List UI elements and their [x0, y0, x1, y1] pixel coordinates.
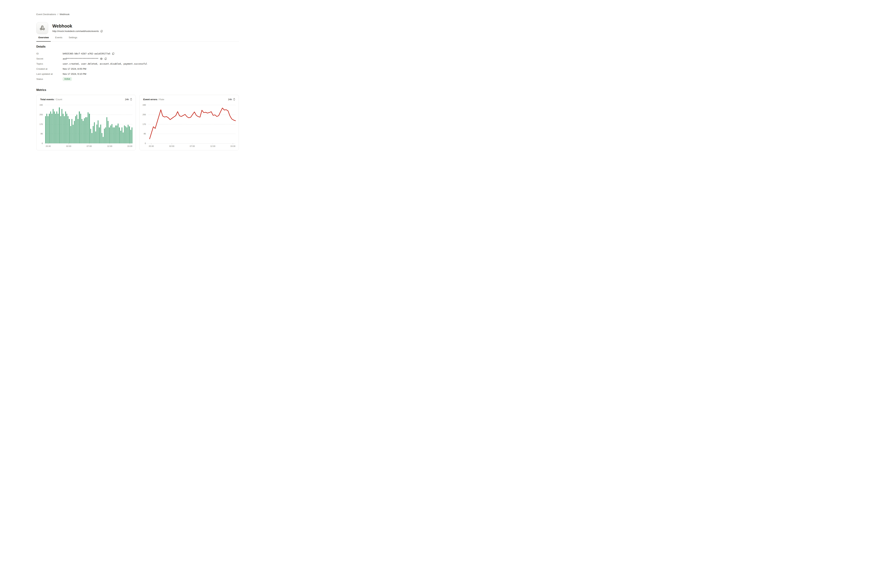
copy-icon [112, 52, 114, 55]
bar [108, 121, 108, 143]
detail-row-topics: Topicsuser.created, user.deleted, accoun… [36, 61, 239, 66]
metrics-heading: Metrics [36, 88, 46, 92]
bar [89, 114, 90, 143]
x-axis-tick [129, 143, 130, 144]
detail-row-secret: Secretasd************************ [36, 56, 239, 61]
bar [79, 111, 80, 143]
detail-value: user.created, user.deleted, account.disa… [63, 63, 147, 65]
details-heading: Details [36, 45, 45, 48]
bar [103, 137, 104, 143]
bar [99, 128, 100, 143]
x-axis-tick [89, 143, 89, 144]
y-axis-label: 340 [143, 104, 146, 106]
breadcrumb-item-webhook: Webhook [60, 13, 69, 16]
y-axis-label: 255 [143, 114, 146, 116]
bar [92, 133, 92, 143]
bar [124, 126, 125, 143]
bar [75, 116, 76, 143]
detail-row-last-updated-at: Last updated atNov 17 2024, 9:10 PM [36, 71, 239, 76]
detail-value: Nov 17 2024, 9:10 PM [63, 73, 86, 75]
x-axis-label: 20:30 [46, 145, 51, 147]
bar [74, 121, 75, 143]
bar [132, 128, 132, 143]
bar [88, 112, 89, 143]
bar [47, 114, 47, 143]
bar [105, 128, 106, 143]
bar [100, 124, 101, 143]
bar [53, 109, 54, 143]
y-axis-label: 0 [42, 142, 43, 144]
detail-value: b4925365-b8cf-42b7-a762-aa1a539177a5 [63, 52, 114, 55]
page-header: Webhook http://mock.hookdeck.com/webhook… [36, 22, 103, 34]
bar [95, 131, 96, 143]
detail-label: Created at [36, 68, 63, 70]
x-axis-tick [192, 143, 192, 144]
status-badge: Active [63, 77, 72, 81]
bar [64, 116, 65, 143]
bar [102, 133, 102, 143]
x-axis-tick [151, 143, 152, 144]
copy-icon [100, 30, 103, 33]
bar [54, 111, 55, 143]
bar [111, 124, 113, 143]
y-axis-label: 0 [145, 142, 146, 144]
bar [65, 111, 66, 143]
bar [56, 111, 57, 143]
bar [122, 128, 122, 143]
tab-overview[interactable]: Overview [36, 35, 51, 42]
bar [80, 114, 81, 143]
bar [113, 128, 114, 143]
detail-value-text: Nov 17 2024, 9:10 PM [63, 73, 86, 75]
copy-value-button[interactable] [112, 52, 114, 55]
bar [73, 125, 74, 143]
x-axis-label: 19:30 [230, 145, 236, 147]
chevron-up-down-icon [233, 98, 235, 101]
bar [129, 126, 130, 143]
bar [85, 117, 86, 143]
y-axis-label: 170 [39, 123, 43, 125]
bar [96, 124, 97, 143]
detail-label: Status [36, 78, 63, 80]
bar [49, 114, 50, 143]
bar [130, 130, 131, 143]
bar [60, 116, 61, 143]
x-axis-label: 02:00 [66, 145, 71, 147]
bar-chart-plot: 34025517085020:3002:0007:0012:3019:30 [45, 105, 132, 143]
x-axis-label: 12:30 [107, 145, 112, 147]
bar [107, 117, 107, 143]
y-axis-label: 255 [39, 114, 43, 116]
bar [62, 109, 62, 143]
bar [68, 116, 69, 143]
bar [110, 126, 111, 143]
tab-settings[interactable]: Settings [67, 35, 79, 42]
detail-row-created-at: Created atNov 17 2024, 8:05 PM [36, 66, 239, 71]
details-list: IDb4925365-b8cf-42b7-a762-aa1a539177a5Se… [36, 51, 239, 82]
bar [51, 114, 52, 143]
reveal-secret-button[interactable] [100, 57, 103, 60]
bar [119, 128, 120, 143]
tab-events[interactable]: Events [53, 35, 64, 42]
detail-label: Topics [36, 63, 63, 65]
bar-series [45, 105, 132, 143]
breadcrumb-separator: / [58, 13, 58, 16]
bar [93, 126, 93, 143]
copy-value-button[interactable] [104, 57, 107, 60]
time-range-select[interactable]: 24h [228, 98, 235, 101]
bar [77, 115, 77, 143]
x-axis-tick [110, 143, 110, 144]
copy-url-button[interactable] [100, 30, 103, 33]
eye-icon [100, 57, 103, 60]
y-axis-label: 85 [41, 133, 43, 135]
tab-bar: OverviewEventsSettings [36, 35, 239, 42]
bar [125, 126, 126, 143]
breadcrumb-item-event-destinations[interactable]: Event Destinations [36, 13, 56, 16]
bar [81, 119, 82, 143]
copy-icon [104, 57, 107, 60]
time-range-select[interactable]: 24h [125, 98, 132, 101]
bar [69, 119, 70, 143]
bar [123, 132, 123, 143]
bar [109, 128, 110, 143]
webhook-url: http://mock.hookdeck.com/webhooks/events [52, 30, 99, 33]
x-axis-label: 19:30 [127, 145, 132, 147]
detail-value-text: Nov 17 2024, 8:05 PM [63, 68, 86, 70]
